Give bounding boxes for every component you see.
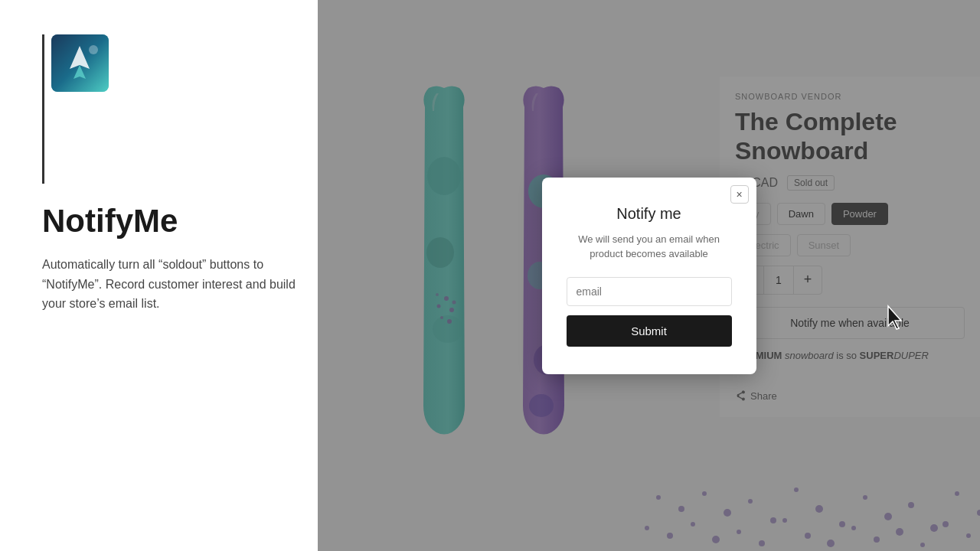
submit-btn[interactable]: Submit: [567, 315, 732, 347]
modal-subtitle: We will send you an email when product b…: [567, 232, 732, 262]
email-input[interactable]: [567, 277, 732, 306]
left-content: NotifyMe Automatically turn all “soldout…: [42, 203, 310, 314]
app-logo: [51, 34, 109, 92]
modal-overlay: × Notify me We will send you an email wh…: [318, 0, 980, 551]
app-description: Automatically turn all “soldout” buttons…: [42, 255, 310, 314]
modal-title: Notify me: [567, 205, 732, 223]
logo-container: [51, 34, 109, 92]
svg-point-60: [89, 45, 98, 54]
store-preview: SNOWBOARD VENDOR The Complete Snowboard …: [318, 0, 980, 551]
notify-modal: × Notify me We will send you an email wh…: [542, 178, 756, 374]
sidebar-line: [42, 34, 44, 184]
modal-close-btn[interactable]: ×: [730, 185, 749, 204]
app-title: NotifyMe: [42, 203, 310, 240]
